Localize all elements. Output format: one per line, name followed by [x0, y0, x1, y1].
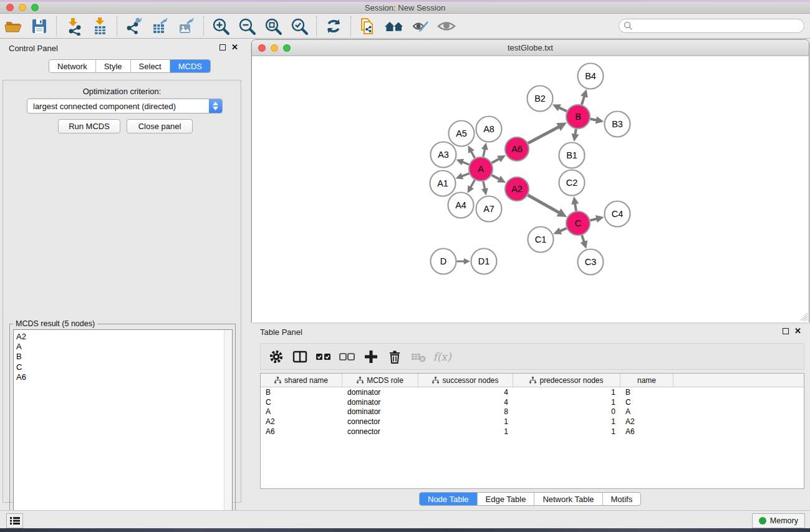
- table-cell[interactable]: 1: [513, 388, 620, 397]
- table-cell[interactable]: 1: [513, 417, 620, 426]
- graph-edge-A-A6[interactable]: [492, 159, 499, 163]
- export-network-button[interactable]: [123, 16, 145, 37]
- graph-edge-B-B2[interactable]: [559, 107, 567, 111]
- list-scrollbar[interactable]: [224, 330, 232, 531]
- column-header-shared-name[interactable]: shared name: [261, 374, 342, 387]
- memory-button[interactable]: Memory: [752, 513, 805, 528]
- column-header-successor-nodes[interactable]: successor nodes: [418, 374, 513, 387]
- graph-edge-C-C2[interactable]: [575, 203, 576, 211]
- table-row[interactable]: A2connector11A2: [261, 417, 804, 427]
- graph-edge-A-A5[interactable]: [471, 151, 475, 158]
- optimization-criterion-dropdown[interactable]: largest connected component (directed): [27, 99, 223, 114]
- open-session-button[interactable]: [2, 16, 24, 37]
- close-view-button[interactable]: [258, 44, 266, 52]
- table-cell[interactable]: A2: [620, 417, 673, 426]
- resize-grip-icon[interactable]: [798, 311, 808, 321]
- table-row[interactable]: A6connector11A6: [261, 427, 804, 437]
- close-panel-icon[interactable]: ✕: [231, 44, 238, 51]
- split-view-button[interactable]: [289, 346, 311, 367]
- task-history-button[interactable]: [6, 513, 23, 528]
- zoom-view-button[interactable]: [283, 44, 291, 52]
- table-cell[interactable]: B: [620, 388, 673, 397]
- table-cell[interactable]: 1: [513, 427, 620, 436]
- show-graphics-details-button[interactable]: [410, 16, 431, 37]
- tab-style[interactable]: Style: [95, 60, 130, 72]
- graph-edge-B-B4[interactable]: [582, 96, 584, 105]
- table-cell[interactable]: 0: [513, 407, 620, 416]
- zoom-window-button[interactable]: [31, 4, 39, 11]
- tab-motifs[interactable]: Motifs: [602, 493, 641, 505]
- minimize-window-button[interactable]: [19, 4, 26, 11]
- table-cell[interactable]: 1: [418, 427, 513, 436]
- table-cell[interactable]: C: [620, 398, 673, 407]
- tab-node-table[interactable]: Node Table: [420, 493, 477, 505]
- zoom-out-button[interactable]: [236, 16, 258, 37]
- table-cell[interactable]: dominator: [342, 398, 418, 407]
- column-header-MCDS-role[interactable]: MCDS role: [342, 374, 418, 387]
- tab-mcds[interactable]: MCDS: [170, 60, 210, 72]
- tab-edge-table[interactable]: Edge Table: [477, 493, 534, 505]
- table-cell[interactable]: dominator: [342, 388, 418, 397]
- table-cell[interactable]: 1: [513, 398, 620, 407]
- graph-edge-A-A4[interactable]: [471, 180, 475, 188]
- zoom-selected-button[interactable]: [289, 16, 310, 37]
- add-column-button[interactable]: [360, 346, 382, 367]
- refresh-button[interactable]: [323, 16, 344, 37]
- table-cell[interactable]: A2: [261, 417, 342, 426]
- export-image-button[interactable]: [176, 16, 197, 37]
- result-list-item[interactable]: A6: [16, 372, 221, 382]
- export-table-button[interactable]: [150, 16, 171, 37]
- graph-edge-B-B3[interactable]: [591, 119, 597, 120]
- tab-network-table[interactable]: Network Table: [534, 493, 602, 505]
- graph-edge-C-C4[interactable]: [590, 219, 597, 221]
- close-panel-button[interactable]: Close panel: [127, 119, 193, 133]
- table-cell[interactable]: B: [261, 388, 342, 397]
- table-cell[interactable]: C: [261, 398, 342, 407]
- table-row[interactable]: Bdominator41B: [261, 387, 804, 397]
- close-window-button[interactable]: [6, 4, 14, 11]
- result-list-item[interactable]: A: [16, 342, 221, 352]
- close-panel-icon[interactable]: ✕: [794, 328, 801, 334]
- table-cell[interactable]: A: [261, 407, 342, 416]
- graph-edge-A-A1[interactable]: [461, 173, 469, 177]
- delete-column-button[interactable]: [384, 346, 405, 367]
- select-all-button[interactable]: [313, 346, 334, 367]
- table-cell[interactable]: A6: [620, 427, 673, 436]
- table-cell[interactable]: connector: [342, 427, 418, 436]
- column-header-predecessor-nodes[interactable]: predecessor nodes: [513, 374, 620, 387]
- deselect-all-button[interactable]: [337, 346, 358, 367]
- graph-edge-A2-C[interactable]: [528, 195, 559, 213]
- result-list-item[interactable]: C: [16, 362, 221, 372]
- table-cell[interactable]: 1: [418, 417, 513, 426]
- graph-edge-A-A2[interactable]: [492, 175, 499, 180]
- graph-edge-A-A7[interactable]: [483, 181, 485, 190]
- table-row[interactable]: Adominator80A: [261, 407, 804, 417]
- birds-eye-view-button[interactable]: [436, 16, 457, 37]
- float-panel-icon[interactable]: [219, 44, 226, 51]
- search-input[interactable]: [619, 19, 804, 33]
- graph-edge-C-C1[interactable]: [560, 228, 567, 231]
- clone-network-button[interactable]: [357, 16, 378, 37]
- table-cell[interactable]: 8: [418, 407, 513, 416]
- table-cell[interactable]: A: [620, 407, 673, 416]
- table-cell[interactable]: connector: [342, 417, 418, 426]
- save-session-button[interactable]: [29, 16, 50, 37]
- table-cell[interactable]: A6: [261, 427, 342, 436]
- table-settings-button[interactable]: [266, 346, 287, 367]
- mcds-result-list[interactable]: A2ABCA6: [13, 329, 233, 532]
- tab-network[interactable]: Network: [49, 60, 95, 72]
- graph-edge-A-A3[interactable]: [462, 162, 469, 165]
- table-cell[interactable]: 4: [418, 398, 513, 407]
- result-list-item[interactable]: B: [16, 352, 221, 362]
- import-network-button[interactable]: [63, 16, 84, 37]
- float-panel-icon[interactable]: [783, 328, 789, 334]
- network-canvas[interactable]: AA2A6BCA1A3A4A5A7A8B1B2B3B4C1C2C3C4DD1: [252, 56, 809, 322]
- column-header-name[interactable]: name: [620, 374, 673, 387]
- tab-select[interactable]: Select: [130, 60, 170, 72]
- zoom-fit-button[interactable]: [263, 16, 284, 37]
- table-cell[interactable]: dominator: [342, 407, 418, 416]
- run-mcds-button[interactable]: Run MCDS: [58, 119, 120, 133]
- graph-edge-A-A8[interactable]: [483, 149, 485, 157]
- graph-edge-B-B1[interactable]: [575, 129, 576, 135]
- network-window-titlebar[interactable]: testGlobe.txt: [252, 40, 809, 56]
